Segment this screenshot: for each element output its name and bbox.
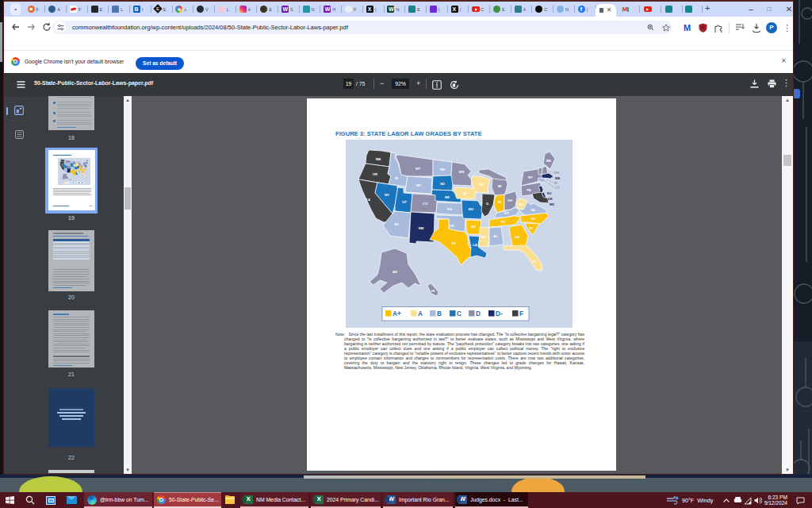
svg-text:F: F bbox=[519, 310, 523, 318]
svg-text:UT: UT bbox=[66, 167, 67, 167]
svg-text:NM: NM bbox=[68, 170, 69, 171]
svg-text:B: B bbox=[71, 183, 71, 183]
svg-text:CO: CO bbox=[423, 202, 428, 206]
svg-text:RI: RI bbox=[554, 181, 557, 185]
svg-text:AK: AK bbox=[64, 176, 65, 177]
svg-text:MN: MN bbox=[74, 162, 75, 163]
svg-text:ND: ND bbox=[71, 162, 72, 163]
svg-text:HI: HI bbox=[431, 289, 435, 293]
svg-text:WY: WY bbox=[67, 164, 68, 165]
svg-text:MD: MD bbox=[550, 202, 554, 206]
svg-text:D-: D- bbox=[496, 310, 503, 318]
svg-text:AK: AK bbox=[393, 270, 397, 274]
svg-text:TN: TN bbox=[79, 169, 80, 170]
svg-text:NC: NC bbox=[531, 217, 536, 221]
svg-text:FL: FL bbox=[532, 260, 537, 264]
svg-text:CT: CT bbox=[555, 186, 560, 190]
svg-text:PA: PA bbox=[83, 164, 84, 165]
svg-text:SD: SD bbox=[71, 164, 72, 164]
svg-text:MS: MS bbox=[481, 235, 486, 239]
svg-text:AZ: AZ bbox=[64, 170, 65, 171]
svg-text:AL: AL bbox=[79, 171, 79, 172]
svg-text:B: B bbox=[437, 310, 442, 318]
svg-text:DE: DE bbox=[548, 197, 553, 201]
svg-text:MT: MT bbox=[416, 167, 420, 171]
svg-text:NM: NM bbox=[419, 226, 424, 230]
svg-text:PA: PA bbox=[527, 188, 531, 192]
svg-text:MI: MI bbox=[498, 184, 502, 188]
svg-text:NV: NV bbox=[385, 193, 389, 197]
svg-text:OR: OR bbox=[61, 163, 62, 164]
svg-text:KS: KS bbox=[447, 207, 452, 211]
svg-text:A+: A+ bbox=[64, 182, 66, 183]
svg-text:AR: AR bbox=[75, 170, 76, 171]
svg-text:CA: CA bbox=[366, 198, 370, 202]
svg-text:A: A bbox=[68, 182, 69, 183]
svg-text:ND: ND bbox=[440, 167, 445, 171]
svg-text:ME: ME bbox=[546, 159, 551, 163]
svg-text:NE: NE bbox=[71, 166, 72, 167]
svg-text:SD: SD bbox=[440, 182, 445, 186]
svg-text:AZ: AZ bbox=[394, 222, 399, 226]
svg-text:A: A bbox=[418, 310, 423, 318]
svg-text:MS: MS bbox=[77, 171, 78, 172]
svg-text:F: F bbox=[82, 183, 83, 183]
svg-text:NC: NC bbox=[84, 169, 85, 170]
svg-text:KY: KY bbox=[504, 211, 509, 215]
svg-text:C: C bbox=[74, 183, 75, 183]
svg-text:CO: CO bbox=[68, 167, 69, 167]
svg-text:GA: GA bbox=[82, 171, 82, 172]
svg-text:NY: NY bbox=[528, 175, 533, 179]
svg-text:IN: IN bbox=[79, 167, 80, 167]
svg-text:FL: FL bbox=[84, 175, 85, 175]
svg-text:ID: ID bbox=[64, 163, 65, 164]
svg-text:OH: OH bbox=[508, 198, 512, 202]
svg-text:D: D bbox=[476, 310, 481, 318]
svg-text:IL: IL bbox=[486, 202, 489, 206]
svg-text:A+: A+ bbox=[393, 310, 401, 318]
svg-text:OH: OH bbox=[81, 166, 82, 167]
svg-text:SC: SC bbox=[84, 170, 85, 171]
svg-text:NV: NV bbox=[63, 165, 64, 166]
svg-text:C: C bbox=[457, 310, 462, 318]
svg-text:NJ: NJ bbox=[547, 191, 551, 195]
svg-text:WA: WA bbox=[376, 157, 381, 161]
svg-text:IA: IA bbox=[463, 191, 466, 195]
svg-text:VA: VA bbox=[530, 208, 535, 212]
svg-text:NE: NE bbox=[445, 195, 450, 199]
svg-text:TX: TX bbox=[451, 241, 456, 245]
svg-text:CT: CT bbox=[87, 164, 88, 165]
svg-text:NY: NY bbox=[83, 163, 84, 164]
svg-text:OK: OK bbox=[72, 170, 73, 171]
svg-text:WY: WY bbox=[416, 183, 422, 187]
svg-text:NH: NH bbox=[554, 171, 559, 175]
svg-text:MA: MA bbox=[555, 176, 560, 180]
svg-text:ME: ME bbox=[86, 160, 87, 161]
svg-text:VA: VA bbox=[84, 167, 85, 168]
svg-text:KS: KS bbox=[72, 167, 73, 168]
svg-text:SC: SC bbox=[529, 226, 534, 230]
svg-text:IL: IL bbox=[78, 167, 79, 167]
svg-text:AL: AL bbox=[493, 234, 498, 238]
svg-text:WA: WA bbox=[62, 160, 63, 161]
svg-text:WV: WV bbox=[519, 202, 524, 206]
svg-text:OR: OR bbox=[373, 172, 377, 176]
svg-text:IA: IA bbox=[75, 165, 75, 166]
svg-text:UT: UT bbox=[402, 200, 407, 204]
svg-text:MO: MO bbox=[75, 167, 76, 168]
svg-text:WV: WV bbox=[82, 167, 83, 167]
svg-text:IN: IN bbox=[498, 200, 501, 204]
svg-text:D: D bbox=[76, 183, 77, 183]
svg-text:GA: GA bbox=[515, 235, 519, 239]
svg-text:AR: AR bbox=[471, 225, 476, 229]
svg-text:TN: TN bbox=[500, 220, 505, 224]
svg-text:CA: CA bbox=[60, 166, 61, 167]
svg-text:LA: LA bbox=[473, 243, 477, 247]
svg-text:LA: LA bbox=[75, 172, 76, 173]
svg-text:TX: TX bbox=[73, 172, 74, 173]
svg-text:MT: MT bbox=[67, 162, 68, 163]
svg-text:WI: WI bbox=[479, 183, 483, 187]
svg-text:D-: D- bbox=[79, 183, 81, 183]
svg-text:ID: ID bbox=[395, 176, 398, 180]
svg-text:OK: OK bbox=[450, 224, 454, 228]
